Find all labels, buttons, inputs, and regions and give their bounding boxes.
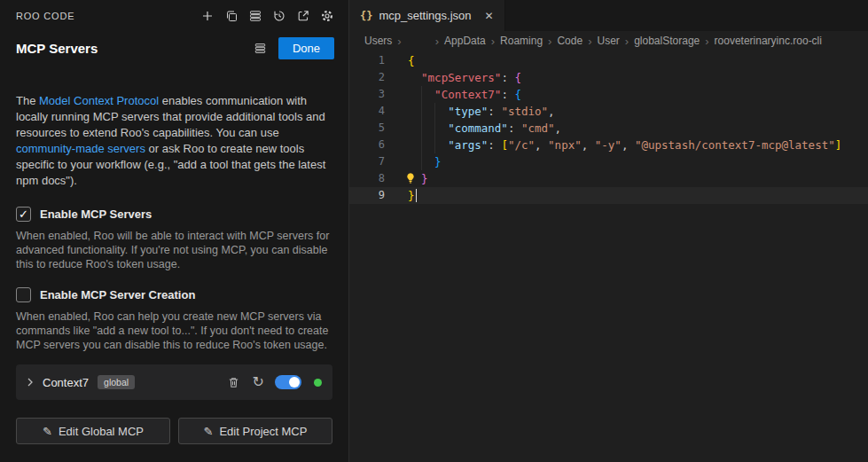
server-name[interactable]: Context7 bbox=[43, 376, 89, 389]
code-token: , bbox=[582, 138, 595, 152]
pencil-icon: ✎ bbox=[43, 425, 52, 438]
checkbox-unchecked[interactable] bbox=[16, 287, 31, 302]
enable-mcp-servers-description: When enabled, Roo will be able to intera… bbox=[16, 229, 332, 271]
code-token: } bbox=[408, 189, 415, 202]
code-line: 9} bbox=[349, 187, 868, 204]
breadcrumb-separator: › bbox=[588, 35, 591, 48]
breadcrumb-separator: › bbox=[548, 35, 551, 48]
tab-close-icon[interactable]: ✕ bbox=[485, 10, 494, 22]
intro-segment: The bbox=[16, 94, 39, 107]
restart-icon[interactable]: ↻ bbox=[253, 375, 264, 389]
breadcrumb-item[interactable]: Users bbox=[364, 35, 392, 47]
edit-project-mcp-label: Edit Project MCP bbox=[219, 425, 307, 438]
line-content: "mcpServers": { bbox=[385, 69, 868, 86]
line-number: 4 bbox=[349, 103, 385, 120]
code-token bbox=[408, 138, 448, 152]
line-number: 6 bbox=[349, 137, 385, 153]
code-token: { bbox=[514, 88, 521, 101]
breadcrumb-item[interactable]: Roaming bbox=[500, 35, 543, 47]
code-line: 3 "Context7": { bbox=[349, 86, 868, 103]
model-context-protocol-link[interactable]: Model Context Protocol bbox=[39, 94, 159, 107]
code-token: ] bbox=[835, 138, 842, 152]
toggle-knob bbox=[289, 377, 300, 388]
server-enabled-toggle[interactable] bbox=[275, 375, 301, 389]
checkbox-checked[interactable]: ✓ bbox=[16, 207, 31, 222]
server-icon[interactable] bbox=[254, 42, 268, 56]
code-token: "@upstash/context7-mcp@latest" bbox=[635, 138, 835, 152]
code-token: , bbox=[555, 121, 562, 135]
server-stack-icon[interactable] bbox=[248, 9, 262, 23]
code-token: "stdio" bbox=[501, 105, 548, 118]
code-line: 5 "command": "cmd", bbox=[349, 120, 868, 137]
edit-project-mcp-button[interactable]: ✎ Edit Project MCP bbox=[178, 418, 332, 444]
gear-icon[interactable] bbox=[320, 9, 334, 23]
code-token bbox=[408, 155, 434, 168]
vscode-window: ROO CODE bbox=[0, 0, 868, 462]
enable-mcp-servers-block: ✓ Enable MCP Servers When enabled, Roo w… bbox=[16, 207, 332, 271]
line-content: "type": "stdio", bbox=[385, 103, 868, 120]
code-line: 1{ bbox=[349, 52, 868, 69]
code-token: "Context7" bbox=[434, 88, 501, 101]
breadcrumb-item[interactable]: rooveterinaryinc.roo-cli bbox=[715, 35, 822, 47]
chevron-right-icon[interactable] bbox=[25, 375, 35, 389]
line-content: "Context7": { bbox=[385, 86, 868, 103]
code-token: : bbox=[488, 105, 501, 118]
mcp-intro-text: The Model Context Protocol enables commu… bbox=[16, 93, 332, 189]
code-line: 4 "type": "stdio", bbox=[349, 103, 868, 120]
edit-global-mcp-button[interactable]: ✎ Edit Global MCP bbox=[16, 418, 170, 444]
line-number: 3 bbox=[349, 86, 385, 103]
line-number: 9 bbox=[349, 187, 385, 204]
breadcrumb-separator: › bbox=[625, 35, 629, 48]
copy-icon[interactable] bbox=[224, 9, 239, 23]
line-content: "command": "cmd", bbox=[385, 120, 868, 137]
code-token: } bbox=[421, 172, 428, 185]
done-button[interactable]: Done bbox=[278, 37, 334, 59]
code-token: : bbox=[501, 88, 514, 101]
code-token: : bbox=[501, 71, 514, 84]
open-external-icon[interactable] bbox=[296, 9, 310, 23]
line-number: 1 bbox=[349, 52, 385, 69]
code-token bbox=[408, 105, 448, 118]
code-line: 2 "mcpServers": { bbox=[349, 69, 868, 86]
trash-icon[interactable] bbox=[227, 376, 240, 389]
code-token: , bbox=[622, 138, 635, 152]
code-token: "mcpServers" bbox=[421, 71, 501, 84]
code-token: "command" bbox=[448, 121, 508, 135]
code-token: , bbox=[548, 105, 555, 118]
line-content: } bbox=[385, 153, 868, 170]
enable-mcp-creation-checkbox-row[interactable]: Enable MCP Server Creation bbox=[16, 287, 332, 302]
breadcrumb-item[interactable]: Code bbox=[557, 35, 583, 47]
code-token: , bbox=[535, 138, 548, 152]
brand-label: ROO CODE bbox=[16, 11, 74, 21]
history-icon[interactable] bbox=[272, 9, 286, 23]
text-cursor bbox=[416, 189, 418, 202]
breadcrumb: Users››AppData›Roaming›Code›User›globalS… bbox=[349, 31, 868, 51]
mcp-footer-buttons: ✎ Edit Global MCP ✎ Edit Project MCP bbox=[16, 418, 332, 444]
enable-mcp-creation-description: When enabled, Roo can help you create ne… bbox=[16, 309, 332, 352]
line-content: } bbox=[385, 187, 868, 204]
tab-mcp-settings-json[interactable]: {} mcp_settings.json ✕ bbox=[349, 0, 505, 31]
code-line: 6 "args": ["/c", "npx", "-y", "@upstash/… bbox=[349, 137, 868, 153]
code-token: "cmd" bbox=[521, 121, 555, 135]
community-servers-link[interactable]: community-made servers bbox=[16, 142, 145, 155]
plus-icon[interactable] bbox=[200, 9, 215, 23]
line-number: 2 bbox=[349, 69, 385, 86]
enable-mcp-servers-checkbox-row[interactable]: ✓ Enable MCP Servers bbox=[16, 207, 332, 222]
code-token: { bbox=[514, 71, 521, 84]
line-content: "args": ["/c", "npx", "-y", "@upstash/co… bbox=[385, 137, 868, 153]
mcp-server-row-context7: Context7 global ↻ bbox=[16, 364, 332, 400]
edit-global-mcp-label: Edit Global MCP bbox=[59, 425, 144, 438]
breadcrumb-item[interactable]: globalStorage bbox=[634, 35, 700, 47]
line-content: } bbox=[385, 170, 868, 187]
code-line: 8 } bbox=[349, 170, 868, 187]
code-token: { bbox=[408, 54, 415, 67]
lightbulb-icon[interactable] bbox=[404, 172, 417, 184]
editor-area: {} mcp_settings.json ✕ Users››AppData›Ro… bbox=[349, 0, 868, 462]
check-icon: ✓ bbox=[19, 208, 28, 221]
enable-mcp-creation-label: Enable MCP Server Creation bbox=[40, 288, 195, 301]
breadcrumb-item[interactable]: User bbox=[597, 35, 619, 47]
code-editor[interactable]: 1{2 "mcpServers": {3 "Context7": {4 "typ… bbox=[349, 51, 868, 462]
breadcrumb-item[interactable]: AppData bbox=[444, 35, 486, 47]
page-title: MCP Servers bbox=[16, 41, 98, 56]
line-content: { bbox=[385, 52, 868, 69]
